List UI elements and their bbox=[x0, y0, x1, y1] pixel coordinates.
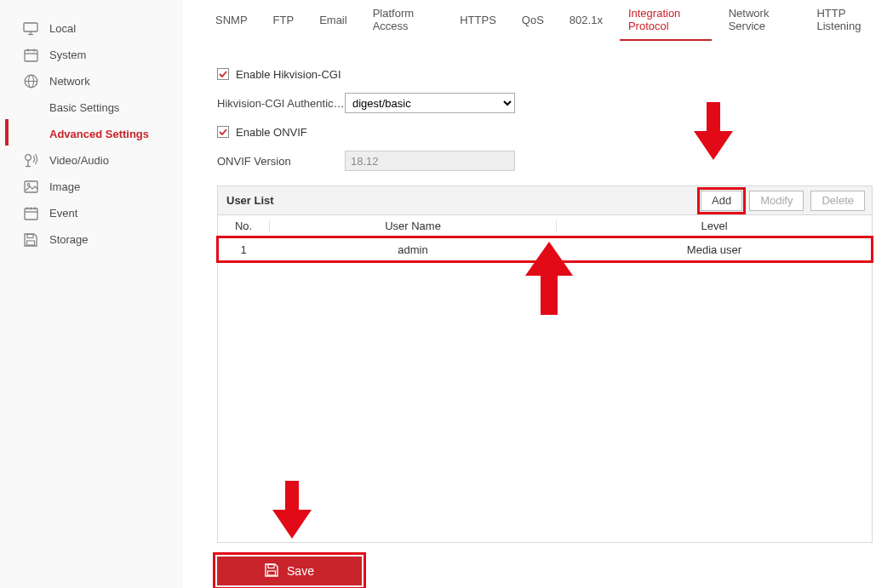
sidebar-sub-label: Basic Settings bbox=[49, 101, 119, 114]
floppy-icon bbox=[22, 231, 39, 248]
cell-no: 1 bbox=[218, 243, 269, 256]
userlist-buttons: Add Modify Delete bbox=[701, 191, 865, 211]
sidebar-item-label: Network bbox=[49, 75, 90, 88]
monitor-icon bbox=[22, 20, 39, 37]
enable-cgi-checkbox[interactable] bbox=[217, 68, 229, 80]
tab-label: QoS bbox=[522, 14, 544, 26]
mic-icon bbox=[22, 152, 39, 169]
sidebar-item-label: System bbox=[49, 49, 86, 61]
tab-label: HTTP Listening bbox=[816, 7, 876, 32]
userlist-title: User List bbox=[226, 194, 274, 207]
save-button[interactable]: Save bbox=[217, 557, 362, 585]
modify-button[interactable]: Modify bbox=[749, 191, 804, 211]
svg-point-14 bbox=[27, 184, 30, 186]
sidebar-item-storage[interactable]: Storage bbox=[0, 226, 183, 253]
sidebar-item-event[interactable]: Event bbox=[0, 200, 183, 226]
svg-point-10 bbox=[26, 155, 31, 161]
cgi-auth-label: Hikvision-CGI Authenticat… bbox=[217, 97, 345, 110]
svg-rect-15 bbox=[25, 208, 37, 220]
sidebar-item-network[interactable]: Network bbox=[0, 68, 183, 94]
enable-cgi-label: Enable Hikvision-CGI bbox=[236, 68, 341, 81]
col-no: No. bbox=[218, 220, 269, 232]
globe-icon bbox=[22, 73, 39, 90]
tab-https[interactable]: HTTPS bbox=[451, 0, 505, 41]
sidebar-item-label: Local bbox=[49, 22, 76, 35]
active-indicator bbox=[5, 119, 9, 146]
enable-onvif-checkbox[interactable] bbox=[217, 126, 229, 138]
svg-rect-21 bbox=[27, 241, 35, 245]
tab-platform-access[interactable]: Platform Access bbox=[364, 0, 444, 41]
tab-label: Integration Protocol bbox=[628, 7, 703, 32]
delete-button[interactable]: Delete bbox=[810, 191, 865, 211]
save-button-label: Save bbox=[287, 564, 314, 578]
tab-ftp[interactable]: FTP bbox=[265, 0, 303, 41]
tab-label: 802.1x bbox=[570, 14, 603, 26]
sidebar: Local System Network Basic Settings Adva… bbox=[0, 0, 183, 588]
tab-label: Network Service bbox=[729, 7, 792, 32]
tab-http-listening[interactable]: HTTP Listening bbox=[808, 0, 884, 41]
col-level: Level bbox=[557, 220, 872, 232]
main-area: SNMP FTP Email Platform Access HTTPS QoS… bbox=[183, 0, 893, 588]
enable-onvif-label: Enable ONVIF bbox=[236, 126, 307, 139]
tab-label: Platform Access bbox=[373, 7, 435, 32]
svg-rect-3 bbox=[25, 50, 37, 61]
sidebar-item-image[interactable]: Image bbox=[0, 174, 183, 200]
event-icon bbox=[22, 205, 39, 222]
sidebar-item-label: Video/Audio bbox=[49, 154, 109, 167]
sidebar-item-video-audio[interactable]: Video/Audio bbox=[0, 147, 183, 174]
calendar-icon bbox=[22, 47, 39, 64]
sidebar-sub-advanced-settings[interactable]: Advanced Settings bbox=[0, 121, 183, 147]
tab-network-service[interactable]: Network Service bbox=[720, 0, 800, 41]
tab-label: FTP bbox=[273, 14, 295, 26]
image-icon bbox=[22, 179, 39, 196]
userlist-panel: User List Add Modify Delete No. User Nam… bbox=[217, 186, 873, 543]
floppy-icon bbox=[265, 563, 278, 579]
save-bar: Save bbox=[217, 557, 893, 585]
tab-label: SNMP bbox=[215, 14, 248, 26]
form-area: Enable Hikvision-CGI Hikvision-CGI Authe… bbox=[183, 41, 893, 174]
cgi-auth-select[interactable]: digest/basic bbox=[345, 93, 515, 113]
svg-rect-20 bbox=[27, 234, 33, 237]
tab-8021x[interactable]: 802.1x bbox=[561, 0, 611, 41]
sidebar-item-label: Event bbox=[49, 207, 77, 220]
onvif-version-label: ONVIF Version bbox=[217, 155, 345, 168]
svg-rect-22 bbox=[268, 564, 274, 568]
sidebar-item-label: Image bbox=[49, 180, 80, 193]
table-row[interactable]: 1 admin Media user bbox=[218, 237, 872, 261]
svg-rect-0 bbox=[24, 23, 37, 31]
sidebar-item-local[interactable]: Local bbox=[0, 15, 183, 42]
sidebar-sub-label: Advanced Settings bbox=[49, 128, 149, 140]
userlist-header: User List Add Modify Delete bbox=[218, 186, 872, 215]
tab-email[interactable]: Email bbox=[311, 0, 356, 41]
col-name: User Name bbox=[269, 220, 557, 232]
onvif-version-value: 18.12 bbox=[345, 151, 515, 171]
userlist-columns: No. User Name Level bbox=[218, 215, 872, 237]
sidebar-item-label: Storage bbox=[49, 233, 89, 246]
tab-label: HTTPS bbox=[460, 14, 496, 26]
tab-label: Email bbox=[319, 14, 347, 26]
tab-qos[interactable]: QoS bbox=[513, 0, 552, 41]
cell-level: Media user bbox=[557, 243, 872, 256]
sidebar-item-system[interactable]: System bbox=[0, 42, 183, 68]
tab-integration-protocol[interactable]: Integration Protocol bbox=[620, 0, 712, 41]
tabs: SNMP FTP Email Platform Access HTTPS QoS… bbox=[183, 0, 893, 41]
sidebar-sub-basic-settings[interactable]: Basic Settings bbox=[0, 94, 183, 121]
userlist-body: 1 admin Media user bbox=[218, 237, 872, 542]
svg-rect-23 bbox=[268, 571, 276, 575]
tab-snmp[interactable]: SNMP bbox=[207, 0, 256, 41]
add-button[interactable]: Add bbox=[701, 191, 742, 211]
cell-name: admin bbox=[269, 243, 557, 256]
